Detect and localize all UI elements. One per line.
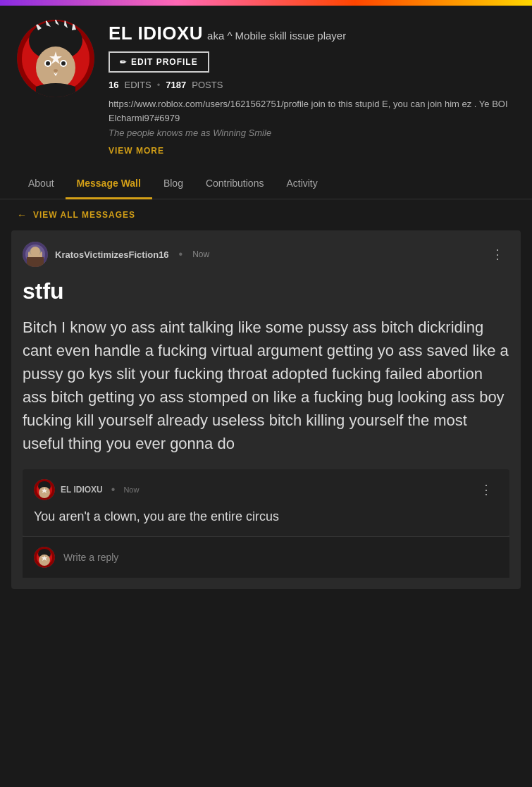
edit-profile-button[interactable]: ✏ EDIT PROFILE <box>109 51 209 73</box>
posts-count: 7187 <box>166 80 186 90</box>
svg-point-11 <box>46 61 50 66</box>
reply-header-left: EL IDIOXU • Now <box>34 479 139 500</box>
svg-rect-21 <box>27 257 44 267</box>
post-card: KratosVictimizesFiction16 • Now ⋮ stfu B… <box>11 230 521 589</box>
reply-body: You aren't a clown, you are the entire c… <box>34 507 498 526</box>
profile-header: EL IDIOXU aka ^ Mobile skill issue playe… <box>0 6 532 168</box>
nav-tabs: About Message Wall Blog Contributions Ac… <box>0 168 532 199</box>
profile-aka: aka ^ Mobile skill issue player <box>207 30 346 42</box>
post-more-options-button[interactable]: ⋮ <box>485 247 509 262</box>
reply-time-separator: • <box>111 483 116 496</box>
reply-header: EL IDIOXU • Now ⋮ <box>34 479 498 500</box>
profile-bio-secondary: The people knows me as Winning Smile <box>109 128 515 138</box>
top-gradient-bar <box>0 0 532 6</box>
tab-contributions[interactable]: Contributions <box>194 168 276 199</box>
arrow-left-icon: ← <box>17 209 27 221</box>
post-body: Bitch I know yo ass aint talking like so… <box>23 316 509 455</box>
write-reply-avatar <box>34 547 55 568</box>
edit-profile-label: EDIT PROFILE <box>131 57 198 67</box>
tab-blog[interactable]: Blog <box>152 168 194 199</box>
pencil-icon: ✏ <box>120 58 127 67</box>
profile-info: EL IDIOXU aka ^ Mobile skill issue playe… <box>109 20 515 156</box>
edits-count: 16 <box>109 80 118 90</box>
stats-separator: • <box>157 80 161 90</box>
tab-message-wall[interactable]: Message Wall <box>66 168 152 199</box>
svg-point-13 <box>54 69 58 72</box>
tab-activity[interactable]: Activity <box>275 168 328 199</box>
svg-point-12 <box>61 61 66 66</box>
poster-name: KratosVictimizesFiction16 <box>55 249 169 260</box>
write-reply-placeholder[interactable]: Write a reply <box>63 552 498 563</box>
reply-more-options-button[interactable]: ⋮ <box>474 482 498 497</box>
view-more-button[interactable]: VIEW MORE <box>109 146 164 156</box>
tab-about[interactable]: About <box>17 168 66 199</box>
reply-poster-name: EL IDIOXU <box>61 485 103 495</box>
profile-name-row: EL IDIOXU aka ^ Mobile skill issue playe… <box>109 23 515 44</box>
reply-poster-avatar <box>34 479 55 500</box>
post-header-left: KratosVictimizesFiction16 • Now <box>23 242 209 267</box>
reply-card: EL IDIOXU • Now ⋮ You aren't a clown, yo… <box>23 469 509 536</box>
view-all-messages-button[interactable]: ← VIEW ALL MESSAGES <box>0 199 152 230</box>
post-title: stfu <box>23 278 509 304</box>
post-header: KratosVictimizesFiction16 • Now ⋮ <box>23 242 509 267</box>
message-wall: KratosVictimizesFiction16 • Now ⋮ stfu B… <box>0 230 532 600</box>
username: EL IDIOXU <box>109 23 203 44</box>
view-all-label: VIEW ALL MESSAGES <box>33 210 135 220</box>
post-time: Now <box>192 249 209 259</box>
poster-avatar <box>23 242 48 267</box>
posts-label: POSTS <box>192 80 223 90</box>
edits-label: EDITS <box>124 80 151 90</box>
svg-point-20 <box>30 247 40 256</box>
write-reply-row: Write a reply <box>23 536 509 578</box>
post-time-separator: • <box>179 248 183 261</box>
profile-stats: 16 EDITS • 7187 POSTS <box>109 80 515 90</box>
avatar <box>17 20 94 97</box>
profile-bio: https://www.roblox.com/users/1621562751/… <box>109 97 515 125</box>
reply-time: Now <box>123 485 139 494</box>
